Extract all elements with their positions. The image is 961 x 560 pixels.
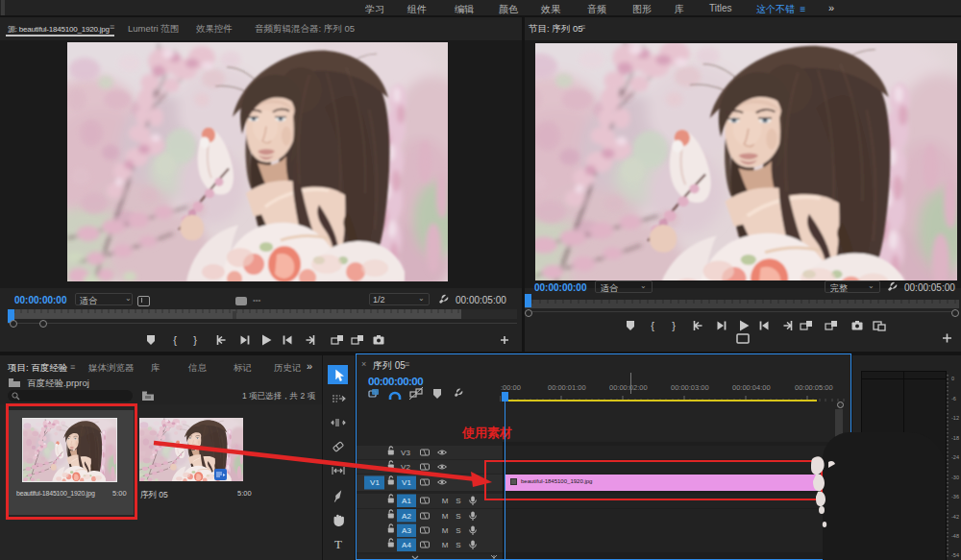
svg-text:-12: -12	[951, 415, 959, 421]
svg-text:}: }	[672, 320, 676, 331]
svg-text:A3: A3	[402, 526, 411, 535]
svg-text:V3: V3	[401, 449, 410, 457]
svg-text:-36: -36	[951, 494, 959, 499]
svg-text:{: {	[173, 334, 177, 346]
svg-text:A2: A2	[402, 512, 411, 521]
svg-text:V1: V1	[402, 478, 411, 487]
svg-text:M: M	[442, 512, 449, 521]
svg-text:-6: -6	[951, 396, 956, 402]
svg-text:M: M	[442, 541, 449, 549]
svg-text:}: }	[193, 334, 197, 346]
svg-text:M: M	[442, 526, 449, 535]
svg-text:S: S	[456, 541, 460, 549]
svg-text:-42: -42	[951, 514, 959, 520]
svg-text:-30: -30	[951, 475, 959, 480]
svg-text:S: S	[456, 497, 460, 505]
svg-text:0: 0	[951, 376, 954, 381]
svg-text:{: {	[651, 320, 654, 331]
svg-text:S: S	[456, 526, 460, 535]
svg-text:S: S	[456, 512, 460, 521]
svg-text:A1: A1	[402, 497, 411, 505]
svg-text:-24: -24	[951, 454, 959, 460]
svg-text:-18: -18	[951, 435, 959, 441]
svg-text:M: M	[442, 497, 449, 505]
svg-text:A4: A4	[402, 541, 411, 549]
svg-text:V2: V2	[401, 463, 410, 472]
svg-text:V1: V1	[370, 478, 380, 487]
svg-text:-54: -54	[951, 552, 959, 558]
svg-text:T: T	[334, 537, 342, 551]
svg-text:-48: -48	[951, 533, 959, 539]
